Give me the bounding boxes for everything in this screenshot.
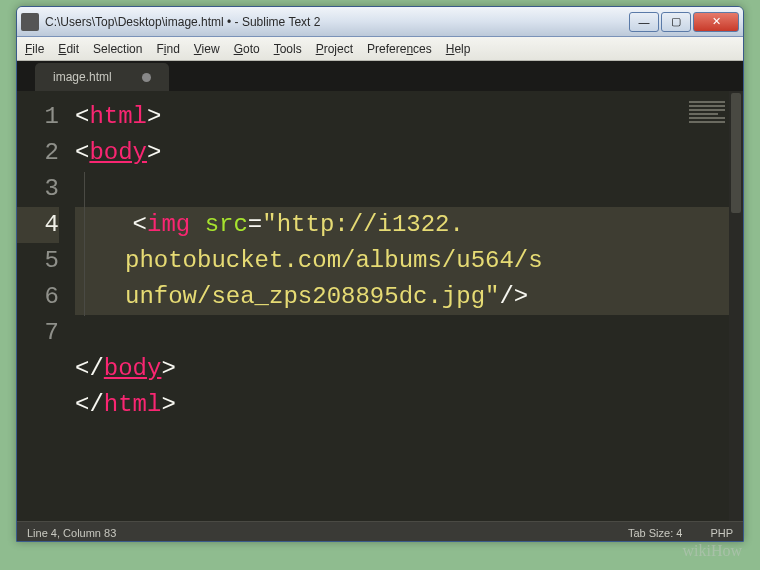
app-icon [21, 13, 39, 31]
indent-guide [84, 172, 85, 316]
vertical-scrollbar[interactable] [729, 91, 743, 521]
tab-label: image.html [53, 70, 112, 84]
code-line: <img src="http://i1322. [75, 207, 743, 243]
line-number: 4 [17, 207, 59, 243]
menu-view[interactable]: View [194, 42, 220, 56]
code-line: <body> [75, 135, 743, 171]
menu-tools[interactable]: Tools [274, 42, 302, 56]
menu-find[interactable]: Find [156, 42, 179, 56]
menu-help[interactable]: Help [446, 42, 471, 56]
cursor-position[interactable]: Line 4, Column 83 [27, 527, 116, 539]
code-line [75, 315, 743, 351]
window-controls: — ▢ ✕ [629, 12, 739, 32]
maximize-button[interactable]: ▢ [661, 12, 691, 32]
menu-goto[interactable]: Goto [234, 42, 260, 56]
minimap[interactable] [689, 101, 725, 123]
line-number: 7 [17, 315, 59, 351]
code-line [75, 171, 743, 207]
watermark: wikiHow [682, 542, 742, 560]
line-number: 3 [17, 171, 59, 207]
line-number: 1 [17, 99, 59, 135]
dirty-indicator-icon [142, 73, 151, 82]
line-gutter: 1 2 3 4 5 6 7 [17, 91, 75, 521]
minimize-button[interactable]: — [629, 12, 659, 32]
code-line: </html> [75, 387, 743, 423]
line-number: 6 [17, 279, 59, 315]
editor-area[interactable]: 1 2 3 4 5 6 7 <html> <body> <img src="ht… [17, 91, 743, 521]
window-title: C:\Users\Top\Desktop\image.html • - Subl… [45, 15, 629, 29]
app-window: C:\Users\Top\Desktop\image.html • - Subl… [16, 6, 744, 542]
menu-bar: File Edit Selection Find View Goto Tools… [17, 37, 743, 61]
menu-edit[interactable]: Edit [58, 42, 79, 56]
title-bar[interactable]: C:\Users\Top\Desktop\image.html • - Subl… [17, 7, 743, 37]
code-line: <html> [75, 99, 743, 135]
code-line: </body> [75, 351, 743, 387]
code-line: photobucket.com/albums/u564/s [75, 243, 743, 279]
scrollbar-thumb[interactable] [731, 93, 741, 213]
code-line: unfow/sea_zps208895dc.jpg"/> [75, 279, 743, 315]
code-content[interactable]: <html> <body> <img src="http://i1322. ph… [75, 91, 743, 521]
line-number: 2 [17, 135, 59, 171]
file-tab[interactable]: image.html [35, 63, 169, 91]
status-bar: Line 4, Column 83 Tab Size: 4 PHP [17, 521, 743, 542]
close-button[interactable]: ✕ [693, 12, 739, 32]
menu-file[interactable]: File [25, 42, 44, 56]
tab-bar: image.html [17, 61, 743, 91]
syntax-mode[interactable]: PHP [710, 527, 733, 539]
menu-selection[interactable]: Selection [93, 42, 142, 56]
line-number: 5 [17, 243, 59, 279]
menu-project[interactable]: Project [316, 42, 353, 56]
menu-preferences[interactable]: Preferences [367, 42, 432, 56]
tab-size[interactable]: Tab Size: 4 [628, 527, 682, 539]
